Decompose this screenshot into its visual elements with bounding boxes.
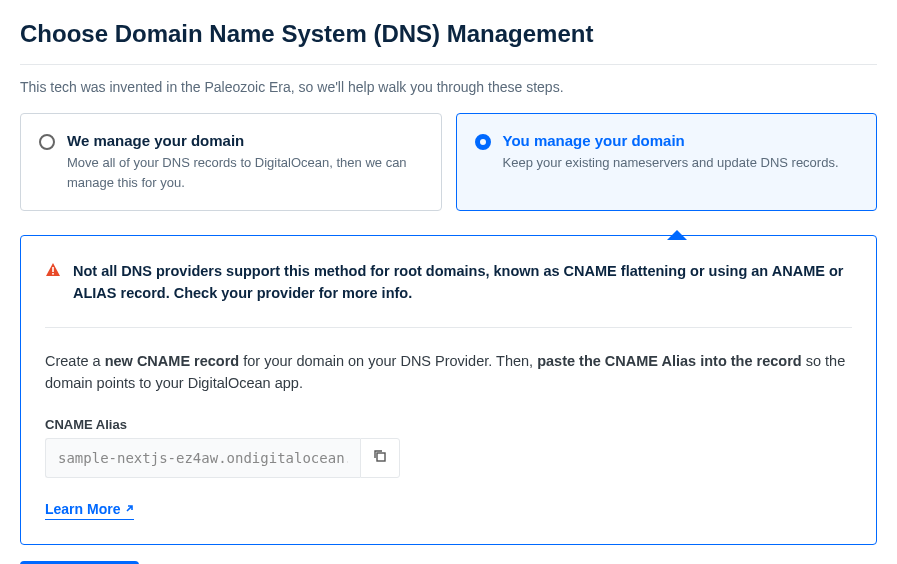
option-we-manage[interactable]: We manage your domain Move all of your D… — [20, 113, 442, 211]
learn-more-link[interactable]: Learn More — [45, 501, 134, 520]
option-you-manage[interactable]: You manage your domain Keep your existin… — [456, 113, 878, 211]
copy-button[interactable] — [360, 438, 400, 478]
cname-field-row — [45, 438, 852, 478]
dns-options: We manage your domain Move all of your D… — [20, 113, 877, 211]
cname-input[interactable] — [45, 438, 360, 478]
triangle-up-icon — [667, 230, 687, 240]
cname-label: CNAME Alias — [45, 417, 852, 432]
external-link-icon — [124, 501, 134, 517]
svg-rect-2 — [377, 453, 385, 461]
divider — [20, 64, 877, 65]
detail-panel: Not all DNS providers support this metho… — [20, 235, 877, 545]
option-title: You manage your domain — [503, 132, 839, 149]
svg-rect-1 — [52, 273, 54, 275]
subtitle: This tech was invented in the Paleozoic … — [20, 79, 877, 95]
page-title: Choose Domain Name System (DNS) Manageme… — [20, 20, 877, 48]
svg-rect-0 — [52, 267, 54, 272]
option-description: Keep your existing nameservers and updat… — [503, 153, 839, 173]
warning-text: Not all DNS providers support this metho… — [73, 260, 852, 305]
warning-icon — [45, 262, 61, 305]
option-description: Move all of your DNS records to DigitalO… — [67, 153, 423, 192]
copy-icon — [372, 448, 388, 467]
instruction-text: Create a new CNAME record for your domai… — [45, 350, 852, 395]
warning-banner: Not all DNS providers support this metho… — [45, 260, 852, 328]
radio-unselected-icon — [39, 134, 55, 150]
radio-selected-icon — [475, 134, 491, 150]
option-title: We manage your domain — [67, 132, 423, 149]
